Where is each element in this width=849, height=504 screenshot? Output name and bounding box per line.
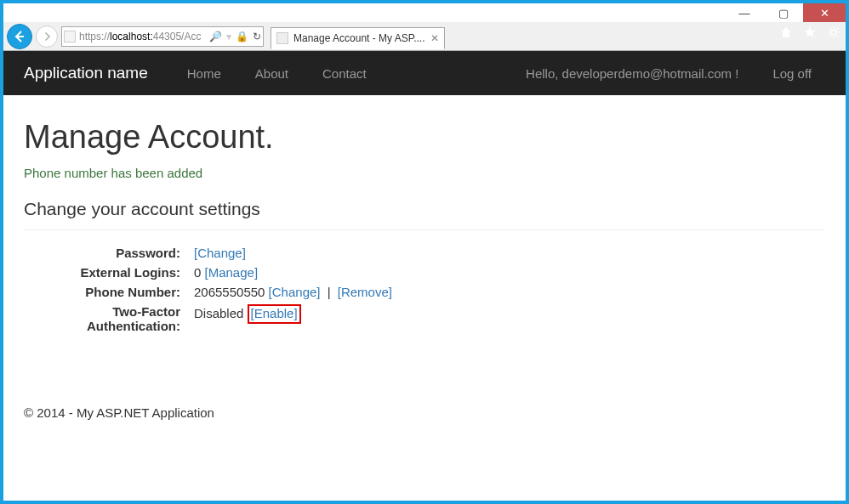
page-title: Manage Account.: [24, 119, 825, 156]
lock-icon: 🔒: [236, 31, 248, 42]
arrow-right-icon: [42, 31, 52, 42]
address-bar[interactable]: https://localhost:44305/Acc 🔎 ▾ 🔒 ↻: [61, 26, 264, 47]
password-label: Password:: [24, 246, 194, 260]
external-logins-value: 0 [Manage]: [194, 265, 825, 280]
back-button[interactable]: [7, 24, 32, 49]
twofactor-status: Disabled: [194, 306, 243, 320]
twofactor-enable-highlight: [Enable]: [248, 304, 301, 324]
separator: |: [328, 285, 331, 299]
phone-number: 2065550550: [194, 285, 265, 299]
browser-tab[interactable]: Manage Account - My ASP.... ✕: [271, 27, 445, 49]
phone-remove-link[interactable]: [Remove]: [338, 285, 392, 299]
phone-label: Phone Number:: [24, 285, 194, 299]
main-container: Manage Account. Phone number has been ad…: [3, 95, 846, 363]
section-heading: Change your account settings: [24, 199, 825, 219]
twofactor-enable-link[interactable]: [Enable]: [251, 306, 298, 320]
url-text: https://localhost:44305/Acc: [79, 31, 209, 42]
external-logins-manage-link[interactable]: [Manage]: [205, 265, 259, 280]
phone-change-link[interactable]: [Change]: [269, 285, 321, 299]
titlebar: — ▢ ✕: [3, 3, 846, 22]
minimize-button[interactable]: —: [725, 3, 764, 22]
arrow-left-icon: [13, 30, 26, 43]
gear-icon[interactable]: [827, 25, 840, 42]
svg-point-0: [831, 30, 836, 35]
twofactor-value: Disabled [Enable]: [194, 304, 825, 333]
nav-contact[interactable]: Contact: [309, 66, 380, 81]
maximize-button[interactable]: ▢: [764, 3, 803, 22]
favorites-icon[interactable]: [803, 25, 817, 42]
nav-logoff[interactable]: Log off: [759, 66, 825, 81]
tab-title: Manage Account - My ASP....: [293, 32, 425, 44]
password-change-link[interactable]: [Change]: [194, 246, 246, 260]
footer: © 2014 - My ASP.NET Application: [3, 405, 846, 433]
password-value: [Change]: [194, 246, 825, 260]
phone-value-row: 2065550550 [Change] | [Remove]: [194, 285, 825, 299]
site-navbar: Application name Home About Contact Hell…: [3, 51, 846, 95]
success-message: Phone number has been added: [24, 166, 825, 180]
external-logins-label: External Logins:: [24, 265, 194, 280]
external-logins-count: 0: [194, 265, 201, 280]
settings-list: Password: [Change] External Logins: 0 [M…: [24, 246, 825, 333]
twofactor-label: Two-Factor Authentication:: [24, 304, 194, 333]
close-button[interactable]: ✕: [803, 3, 846, 22]
ie-toolbar: https://localhost:44305/Acc 🔎 ▾ 🔒 ↻ Mana…: [3, 22, 846, 51]
tab-favicon-icon: [276, 32, 288, 44]
nav-home[interactable]: Home: [174, 66, 235, 81]
browser-window: — ▢ ✕ https://localhost:44305/Acc 🔎 ▾ 🔒 …: [3, 3, 846, 501]
home-icon[interactable]: [779, 25, 793, 42]
tab-close-icon[interactable]: ✕: [430, 32, 439, 44]
search-icon[interactable]: 🔎: [209, 31, 222, 42]
tabstrip: Manage Account - My ASP.... ✕: [271, 24, 445, 49]
page-favicon-icon: [64, 31, 76, 42]
brand-link[interactable]: Application name: [24, 64, 148, 82]
divider: [24, 229, 825, 230]
ie-options: [779, 25, 840, 42]
refresh-icon[interactable]: ↻: [253, 31, 261, 42]
nav-greeting[interactable]: Hello, developerdemo@hotmail.com !: [512, 66, 752, 81]
nav-about[interactable]: About: [242, 66, 302, 81]
forward-button[interactable]: [36, 25, 58, 48]
page-viewport: Application name Home About Contact Hell…: [3, 51, 846, 501]
